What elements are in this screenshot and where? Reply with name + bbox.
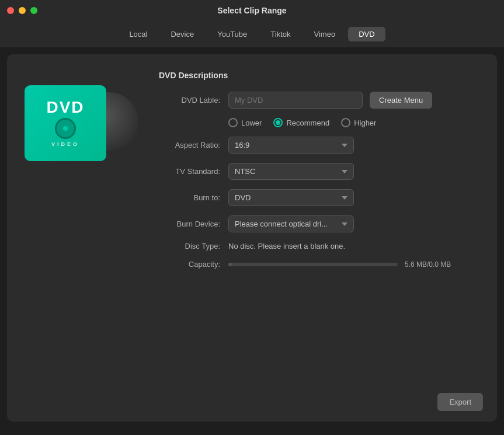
radio-recommend-label: Recommend (286, 119, 329, 127)
create-menu-button[interactable]: Create Menu (370, 92, 432, 109)
quality-radio-group: Lower Recommend Higher (228, 118, 376, 127)
tv-standard-row: TV Standard: NTSC PAL (159, 163, 479, 180)
tab-tiktok[interactable]: Tiktok (260, 27, 301, 41)
radio-higher-circle (341, 118, 350, 127)
aspect-ratio-label: Aspect Ratio: (159, 141, 220, 149)
tab-vimeo[interactable]: Vimeo (304, 27, 346, 41)
aspect-ratio-select[interactable]: 16:9 4:3 (228, 137, 354, 154)
disc-type-row: Disc Type: No disc. Please insert a blan… (159, 242, 479, 250)
radio-lower-label: Lower (241, 119, 262, 127)
quality-row: Lower Recommend Higher (159, 118, 479, 127)
dvd-label-row: DVD Lable: Create Menu (159, 92, 479, 109)
minimize-button[interactable] (19, 7, 26, 14)
section-title: DVD Descriptions (159, 71, 479, 80)
main-content: DVD VIDEO DVD Descriptions DVD Lable: Cr… (7, 54, 497, 422)
capacity-bar-container (228, 263, 398, 266)
capacity-bar-fill (228, 263, 232, 266)
burn-to-label: Burn to: (159, 193, 220, 202)
burn-device-label: Burn Device: (159, 220, 220, 228)
tab-device[interactable]: Device (160, 27, 204, 41)
radio-lower-circle (228, 118, 238, 127)
burn-to-row: Burn to: DVD ISO (159, 189, 479, 206)
capacity-label: Capacity: (159, 260, 220, 269)
radio-higher[interactable]: Higher (341, 118, 376, 127)
burn-to-select[interactable]: DVD ISO (228, 189, 354, 206)
tab-local[interactable]: Local (119, 27, 158, 41)
maximize-button[interactable] (30, 7, 37, 14)
dvd-artwork: DVD VIDEO (25, 83, 133, 162)
dvd-label-text: DVD (46, 99, 84, 116)
radio-higher-label: Higher (354, 119, 376, 127)
dvd-label-input[interactable] (228, 92, 363, 109)
tab-youtube[interactable]: YouTube (207, 27, 258, 41)
close-button[interactable] (7, 7, 14, 14)
capacity-value: 5.6 MB/0.0 MB (405, 260, 451, 269)
tv-standard-label: TV Standard: (159, 167, 220, 176)
radio-recommend[interactable]: Recommend (273, 118, 329, 127)
dvd-box: DVD VIDEO (25, 85, 106, 161)
export-button[interactable]: Export (437, 393, 483, 411)
aspect-ratio-row: Aspect Ratio: 16:9 4:3 (159, 137, 479, 154)
titlebar: Select Clip Range (0, 0, 504, 21)
burn-device-select[interactable]: Please connect optical dri... (228, 215, 354, 232)
dvd-disc-icon (55, 118, 76, 139)
form-area: DVD Lable: Create Menu Lower Recommend H… (159, 92, 479, 269)
burn-device-row: Burn Device: Please connect optical dri.… (159, 215, 479, 232)
capacity-row: Capacity: 5.6 MB/0.0 MB (159, 260, 479, 269)
radio-recommend-circle (273, 118, 283, 127)
disc-type-label: Disc Type: (159, 242, 220, 250)
window-title: Select Clip Range (217, 6, 286, 15)
dvd-label-label: DVD Lable: (159, 96, 220, 105)
tab-dvd[interactable]: DVD (348, 27, 385, 41)
nav-tabs: Local Device YouTube Tiktok Vimeo DVD (0, 21, 504, 47)
radio-lower[interactable]: Lower (228, 118, 262, 127)
window-controls (7, 7, 37, 14)
disc-type-value: No disc. Please insert a blank one. (228, 242, 345, 250)
tv-standard-select[interactable]: NTSC PAL (228, 163, 354, 180)
dvd-video-text: VIDEO (51, 141, 79, 147)
